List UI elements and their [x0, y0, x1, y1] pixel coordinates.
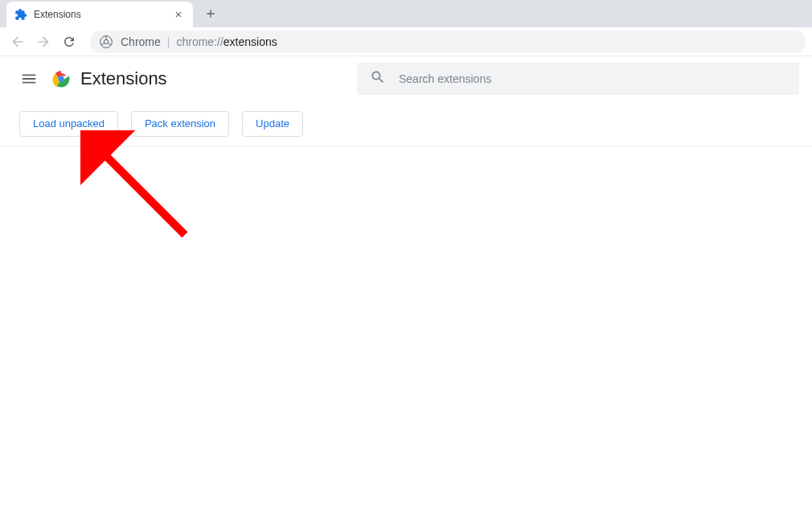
tab-title: Extensions: [34, 9, 172, 20]
main-menu-button[interactable]: [13, 63, 45, 95]
address-bar[interactable]: Chrome | chrome://extensions: [90, 31, 806, 53]
chrome-logo-icon: [51, 69, 71, 88]
hamburger-icon: [20, 70, 38, 88]
pack-extension-button[interactable]: Pack extension: [131, 111, 229, 137]
search-input[interactable]: [399, 72, 786, 85]
extensions-header: Extensions: [0, 56, 812, 101]
browser-toolbar: Chrome | chrome://extensions: [0, 27, 812, 56]
tab-close-button[interactable]: [172, 8, 185, 21]
page-title: Extensions: [80, 68, 167, 89]
browser-tab-strip: Extensions: [0, 0, 812, 27]
reload-button[interactable]: [58, 31, 80, 53]
search-container[interactable]: [357, 63, 799, 95]
red-arrow-annotation: [80, 130, 209, 259]
update-button[interactable]: Update: [242, 111, 303, 137]
url-path-muted: chrome://: [176, 35, 223, 48]
load-unpacked-button[interactable]: Load unpacked: [19, 111, 118, 137]
chrome-small-icon: [100, 35, 113, 48]
actions-row: Load unpacked Pack extension Update: [0, 101, 812, 146]
url-path-bold: extensions: [224, 35, 277, 48]
extension-puzzle-icon: [14, 8, 27, 21]
url-divider: |: [167, 35, 170, 48]
forward-button[interactable]: [32, 31, 55, 53]
search-icon: [370, 69, 386, 88]
new-tab-button[interactable]: [199, 2, 222, 25]
svg-line-6: [96, 146, 185, 235]
back-button[interactable]: [6, 31, 29, 53]
browser-tab[interactable]: Extensions: [6, 2, 193, 27]
url-prefix: Chrome: [121, 35, 161, 48]
